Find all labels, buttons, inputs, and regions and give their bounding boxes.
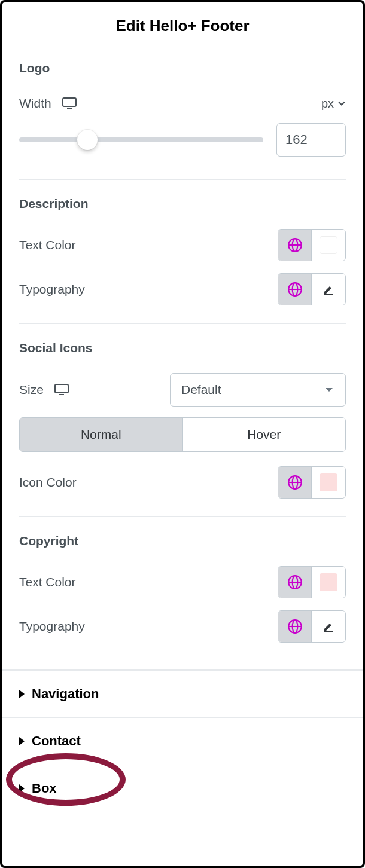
pencil-icon <box>321 619 336 634</box>
edit-typography-button[interactable] <box>312 611 345 642</box>
color-control <box>278 229 346 261</box>
style-panel: Logo Width px Description Text Color <box>2 61 363 669</box>
size-select[interactable]: Default <box>170 373 346 407</box>
row-social-size: Size Default <box>19 367 346 412</box>
row-desc-textcolor: Text Color <box>19 223 346 267</box>
section-box[interactable]: Box <box>2 765 363 812</box>
width-slider[interactable] <box>19 130 263 149</box>
color-swatch-button[interactable] <box>312 230 345 261</box>
unit-select[interactable]: px <box>321 97 346 111</box>
globe-icon <box>287 237 303 253</box>
collapse-sections: Navigation Contact Box <box>2 669 363 812</box>
section-copyright: Copyright <box>19 534 346 548</box>
section-social: Social Icons <box>19 341 346 355</box>
typography-control <box>278 273 346 305</box>
row-copy-typography: Typography <box>19 604 346 649</box>
desktop-icon[interactable] <box>62 97 77 109</box>
divider <box>19 179 346 180</box>
section-description: Description <box>19 197 346 211</box>
globe-icon <box>287 475 303 490</box>
edit-typography-button[interactable] <box>312 274 345 305</box>
row-icon-color: Icon Color <box>19 460 346 505</box>
state-tabs: Normal Hover <box>19 417 346 452</box>
width-slider-row <box>19 120 346 167</box>
tab-normal[interactable]: Normal <box>20 418 183 451</box>
color-control <box>278 566 346 598</box>
row-desc-typography: Typography <box>19 267 346 311</box>
chevron-down-icon <box>337 99 346 108</box>
label-size: Size <box>19 383 69 397</box>
color-swatch-button[interactable] <box>312 467 345 498</box>
svg-rect-9 <box>55 384 68 393</box>
caret-down-icon <box>324 384 334 395</box>
label-text-color: Text Color <box>19 575 76 589</box>
color-chip <box>320 473 337 491</box>
panel-header: Edit Hello+ Footer <box>2 2 363 51</box>
slider-track <box>19 137 263 142</box>
svg-rect-0 <box>63 98 76 106</box>
row-logo-width: Width px <box>19 87 346 120</box>
global-color-button[interactable] <box>278 567 312 598</box>
label-text-color: Text Color <box>19 238 76 252</box>
section-logo: Logo <box>19 61 346 75</box>
color-swatch-button[interactable] <box>312 567 345 598</box>
color-chip <box>320 573 337 591</box>
caret-right-icon <box>19 737 25 745</box>
page-title: Edit Hello+ Footer <box>2 17 363 35</box>
desktop-icon[interactable] <box>54 384 69 396</box>
label-typography: Typography <box>19 282 85 297</box>
global-typography-button[interactable] <box>278 274 312 305</box>
globe-icon <box>287 574 303 590</box>
label-width: Width <box>19 96 77 111</box>
slider-thumb[interactable] <box>77 130 98 150</box>
caret-right-icon <box>19 784 25 793</box>
caret-right-icon <box>19 690 25 698</box>
svg-rect-1 <box>67 108 72 109</box>
global-typography-button[interactable] <box>278 611 312 642</box>
global-color-button[interactable] <box>278 230 312 261</box>
tab-hover[interactable]: Hover <box>183 418 346 451</box>
section-navigation[interactable]: Navigation <box>2 671 363 718</box>
svg-rect-10 <box>59 394 64 395</box>
label-typography: Typography <box>19 619 85 634</box>
divider <box>19 323 346 324</box>
globe-icon <box>287 619 303 634</box>
color-control <box>278 466 346 499</box>
section-contact[interactable]: Contact <box>2 718 363 765</box>
row-copy-textcolor: Text Color <box>19 560 346 604</box>
label-icon-color: Icon Color <box>19 475 77 490</box>
pencil-icon <box>321 282 336 297</box>
global-color-button[interactable] <box>278 467 312 498</box>
typography-control <box>278 610 346 643</box>
color-chip <box>320 236 337 254</box>
divider <box>19 516 346 517</box>
width-input[interactable] <box>276 123 346 157</box>
globe-icon <box>287 282 303 297</box>
